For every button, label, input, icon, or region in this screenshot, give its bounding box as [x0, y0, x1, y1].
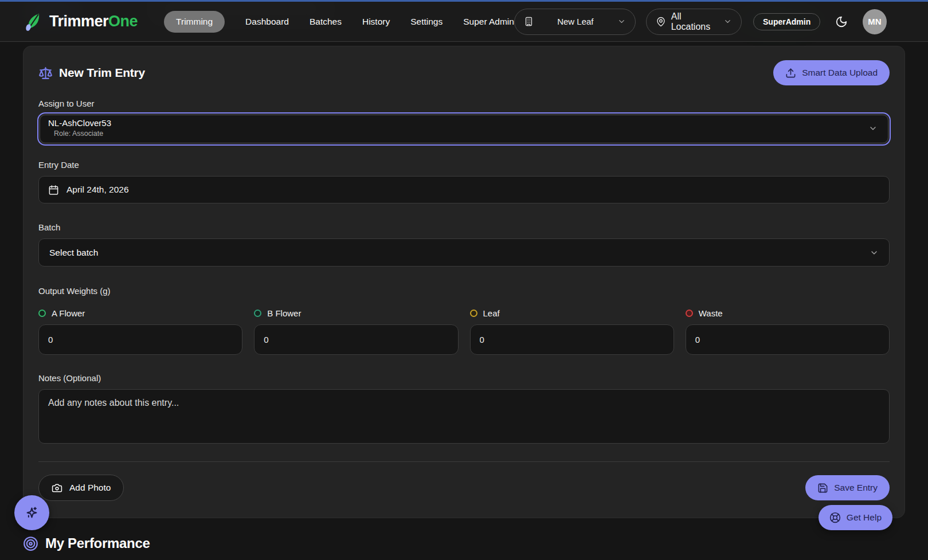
b-flower-label: B Flower — [267, 308, 301, 318]
batch-select-placeholder: Select batch — [49, 248, 98, 258]
calendar-icon — [48, 185, 59, 195]
main-nav: Trimming Dashboard Batches History Setti… — [164, 11, 514, 33]
notes-textarea[interactable] — [38, 389, 890, 444]
nav-item-batches[interactable]: Batches — [310, 17, 342, 27]
smart-data-upload-button[interactable]: Smart Data Upload — [773, 60, 890, 85]
save-icon — [817, 483, 828, 494]
a-flower-label: A Flower — [52, 308, 85, 318]
role-badge: SuperAdmin — [753, 13, 820, 30]
leaf-label: Leaf — [483, 308, 500, 318]
nav-item-dashboard[interactable]: Dashboard — [245, 17, 289, 27]
my-performance-title: My Performance — [45, 535, 150, 551]
scales-icon — [38, 66, 53, 80]
footer-divider — [38, 461, 890, 462]
brand-name: TrimmerOne — [49, 13, 138, 30]
entry-date-field[interactable]: April 24th, 2026 — [38, 176, 890, 203]
entry-date-label: Entry Date — [38, 160, 890, 170]
top-accent-bar — [0, 0, 928, 2]
camera-icon — [52, 483, 62, 494]
leaf-logo-icon — [23, 11, 45, 33]
nav-item-super-admin[interactable]: Super Admin — [463, 17, 514, 27]
a-flower-input[interactable] — [38, 324, 242, 355]
assign-to-user-value: NL-AshClover53 — [48, 118, 111, 129]
location-select-value: All Locations — [671, 11, 718, 32]
lifebuoy-icon — [829, 512, 841, 523]
nav-item-history[interactable]: History — [362, 17, 390, 27]
map-pin-icon — [656, 17, 666, 27]
weight-column-a-flower: A Flower — [38, 308, 242, 355]
upload-icon — [785, 68, 796, 79]
dark-mode-toggle[interactable] — [835, 15, 848, 28]
weight-column-waste: Waste — [686, 308, 890, 355]
waste-label: Waste — [699, 308, 723, 318]
card-header: New Trim Entry Smart Data Upload — [38, 60, 890, 85]
facility-select[interactable]: New Leaf — [514, 9, 636, 35]
card-footer: Add Photo Save Entry — [38, 475, 890, 501]
leaf-dot-icon — [470, 310, 477, 317]
weight-column-leaf: Leaf — [470, 308, 674, 355]
add-photo-button[interactable]: Add Photo — [38, 475, 124, 501]
target-icon — [23, 536, 38, 551]
entry-date-value: April 24th, 2026 — [66, 185, 129, 195]
chevron-down-icon — [723, 17, 732, 26]
assign-to-user-role: Role: Associate — [54, 130, 111, 139]
user-avatar[interactable]: MN — [863, 9, 886, 34]
nav-item-settings[interactable]: Settings — [410, 17, 443, 27]
batch-label: Batch — [38, 222, 890, 232]
leaf-input[interactable] — [470, 324, 674, 355]
brand-logo[interactable]: TrimmerOne — [23, 11, 138, 33]
my-performance-section: My Performance — [23, 535, 905, 551]
output-weights-label: Output Weights (g) — [38, 286, 890, 296]
b-flower-dot-icon — [254, 310, 261, 317]
assign-to-user-select[interactable]: NL-AshClover53 Role: Associate — [40, 115, 888, 143]
chevron-down-icon — [868, 124, 878, 133]
assign-to-user-label: Assign to User — [38, 99, 890, 108]
save-entry-button[interactable]: Save Entry — [805, 475, 890, 500]
nav-item-trimming[interactable]: Trimming — [164, 11, 225, 33]
moon-icon — [835, 15, 848, 28]
location-select[interactable]: All Locations — [646, 9, 742, 35]
building-icon — [524, 17, 534, 26]
navbar: TrimmerOne Trimming Dashboard Batches Hi… — [0, 0, 928, 42]
navbar-right: New Leaf All Locations SuperAdmin — [514, 9, 887, 35]
sparkles-icon — [24, 505, 40, 520]
ai-assistant-fab[interactable] — [14, 495, 49, 530]
page-title: New Trim Entry — [59, 66, 145, 80]
new-trim-entry-card: New Trim Entry Smart Data Upload Assign … — [23, 46, 905, 518]
chevron-down-icon — [617, 17, 626, 26]
weight-column-b-flower: B Flower — [254, 308, 458, 355]
b-flower-input[interactable] — [254, 324, 458, 355]
waste-input[interactable] — [686, 324, 890, 355]
chevron-down-icon — [870, 248, 879, 257]
notes-label: Notes (Optional) — [38, 373, 890, 383]
output-weights-grid: A Flower B Flower Leaf Waste — [38, 308, 890, 355]
facility-select-value: New Leaf — [534, 17, 617, 26]
get-help-button[interactable]: Get Help — [819, 505, 892, 530]
a-flower-dot-icon — [38, 310, 46, 317]
batch-select[interactable]: Select batch — [38, 238, 890, 267]
waste-dot-icon — [686, 310, 693, 317]
